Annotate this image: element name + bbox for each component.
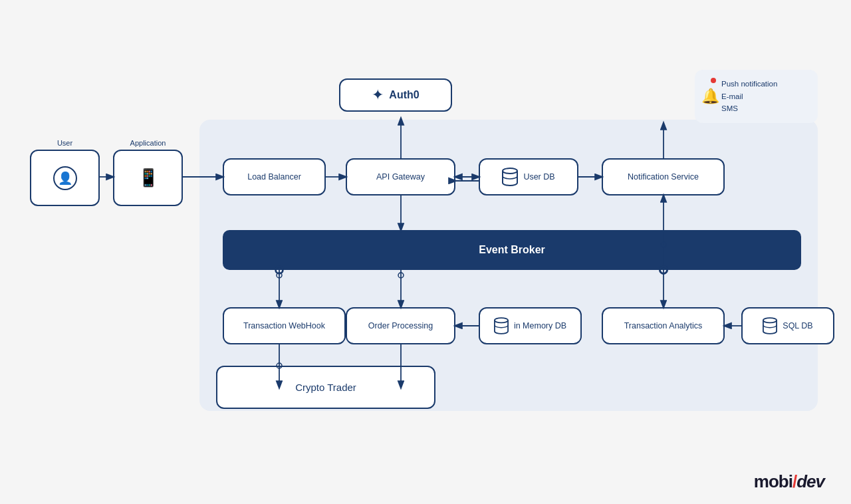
crypto-trader-node: Crypto Trader <box>216 366 435 409</box>
crypto-trader-label: Crypto Trader <box>295 382 356 393</box>
sql-db-label: SQL DB <box>783 321 812 330</box>
sql-db-node: SQL DB <box>741 307 834 344</box>
user-db-node: User DB <box>479 158 578 195</box>
api-gateway-node: API Gateway <box>346 158 455 195</box>
event-broker-label: Event Broker <box>479 244 545 256</box>
notification-service-node: Notification Service <box>602 158 725 195</box>
notification-info-box: 🔔 Push notification E-mail SMS <box>695 70 818 123</box>
auth0-star-icon: ✦ <box>372 86 384 104</box>
svg-point-2 <box>763 318 777 322</box>
application-badge: Application <box>130 139 166 147</box>
tx-analytics-label: Transaction Analytics <box>624 321 703 330</box>
svg-point-1 <box>495 318 508 322</box>
auth0-label: Auth0 <box>389 89 419 101</box>
event-broker-node: Event Broker <box>223 230 801 270</box>
push-notification-label: Push notification <box>721 78 818 90</box>
email-label: E-mail <box>721 90 818 102</box>
tx-analytics-node: Transaction Analytics <box>602 307 725 344</box>
notification-info-text: Push notification E-mail SMS <box>721 78 818 114</box>
tx-webhook-label: Transaction WebHook <box>243 321 325 330</box>
bell-icon: 🔔 <box>701 88 719 105</box>
in-memory-db-node: in Memory DB <box>479 307 582 344</box>
diagram-area: ✦ Auth0 🔔 Push notification E-mail SMS 👤… <box>13 20 838 464</box>
notification-dot <box>711 78 716 83</box>
application-node: 📱 Application <box>113 150 183 206</box>
sql-db-icon <box>763 317 777 334</box>
tx-webhook-node: Transaction WebHook <box>223 307 346 344</box>
load-balancer-label: Load Balancer <box>247 172 301 182</box>
load-balancer-node: Load Balancer <box>223 158 326 195</box>
in-memory-db-icon <box>494 317 509 334</box>
phone-icon: 📱 <box>138 168 159 188</box>
in-memory-db-label: in Memory DB <box>514 321 566 330</box>
order-processing-label: Order Processing <box>368 321 433 330</box>
user-db-label: User DB <box>523 172 554 182</box>
auth0-box: ✦ Auth0 <box>339 78 452 112</box>
svg-point-0 <box>503 168 517 174</box>
order-processing-node: Order Processing <box>346 307 455 344</box>
notification-service-label: Notification Service <box>628 172 699 182</box>
user-node: 👤 User <box>30 150 100 206</box>
user-icon: 👤 <box>53 166 77 190</box>
user-badge: User <box>57 139 72 147</box>
dev-text: dev <box>796 471 824 491</box>
mobi-text: mobi <box>754 471 792 491</box>
mobidev-logo: mobi/dev <box>754 471 824 492</box>
sms-label: SMS <box>721 102 818 114</box>
api-gateway-label: API Gateway <box>376 172 425 182</box>
user-db-icon <box>502 168 518 186</box>
